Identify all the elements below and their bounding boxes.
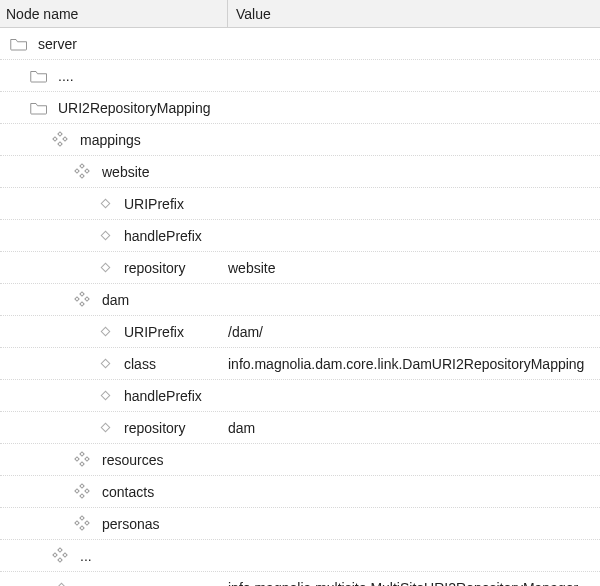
node-label: handlePrefix <box>124 388 202 404</box>
table-header: Node name Value <box>0 0 600 28</box>
col-header-name[interactable]: Node name <box>0 0 228 27</box>
node-value-cell: info.magnolia.dam.core.link.DamURI2Repos… <box>228 356 600 372</box>
tree-row[interactable]: resources <box>0 444 600 476</box>
node-name-cell: mappings <box>0 131 228 149</box>
tree-row[interactable]: handlePrefix <box>0 220 600 252</box>
node-name-cell: .... <box>0 67 228 85</box>
content-node-icon <box>74 291 92 309</box>
tree-row[interactable]: personas <box>0 508 600 540</box>
node-label: handlePrefix <box>124 228 202 244</box>
tree-row[interactable]: URIPrefix <box>0 188 600 220</box>
tree-row[interactable]: classinfo.magnolia.dam.core.link.DamURI2… <box>0 348 600 380</box>
node-label: ... <box>80 548 92 564</box>
node-name-cell: dam <box>0 291 228 309</box>
folder-icon <box>10 35 28 53</box>
tree-row[interactable]: repositorywebsite <box>0 252 600 284</box>
node-name-cell: URIPrefix <box>0 195 228 213</box>
node-value-cell: website <box>228 260 600 276</box>
node-value-cell: dam <box>228 420 600 436</box>
node-label: ... <box>80 580 92 587</box>
property-icon <box>96 323 114 341</box>
tree-row[interactable]: URIPrefix/dam/ <box>0 316 600 348</box>
content-node-icon <box>52 131 70 149</box>
folder-icon <box>30 99 48 117</box>
node-label: repository <box>124 420 185 436</box>
node-name-cell: resources <box>0 451 228 469</box>
node-label: mappings <box>80 132 141 148</box>
content-node-icon <box>74 483 92 501</box>
tree-row[interactable]: ... <box>0 540 600 572</box>
node-label: URI2RepositoryMapping <box>58 100 211 116</box>
node-name-cell: handlePrefix <box>0 227 228 245</box>
node-label: URIPrefix <box>124 196 184 212</box>
node-name-cell: class <box>0 355 228 373</box>
folder-icon <box>30 67 48 85</box>
node-label: dam <box>102 292 129 308</box>
tree-row[interactable]: .... <box>0 60 600 92</box>
content-node-icon <box>74 515 92 533</box>
tree-row[interactable]: website <box>0 156 600 188</box>
tree-row[interactable]: server <box>0 28 600 60</box>
tree-row[interactable]: repositorydam <box>0 412 600 444</box>
node-name-cell: repository <box>0 259 228 277</box>
node-label: server <box>38 36 77 52</box>
tree-row[interactable]: handlePrefix <box>0 380 600 412</box>
property-icon <box>96 227 114 245</box>
tree-row[interactable]: dam <box>0 284 600 316</box>
property-icon <box>96 195 114 213</box>
node-name-cell: URI2RepositoryMapping <box>0 99 228 117</box>
node-label: .... <box>58 68 74 84</box>
node-label: URIPrefix <box>124 324 184 340</box>
property-icon <box>96 419 114 437</box>
node-value-cell: /dam/ <box>228 324 600 340</box>
property-icon <box>96 259 114 277</box>
property-icon <box>52 579 70 587</box>
tree-row[interactable]: URI2RepositoryMapping <box>0 92 600 124</box>
node-name-cell: ... <box>0 579 228 587</box>
node-label: contacts <box>102 484 154 500</box>
node-name-cell: server <box>0 35 228 53</box>
node-name-cell: personas <box>0 515 228 533</box>
node-name-cell: contacts <box>0 483 228 501</box>
node-name-cell: URIPrefix <box>0 323 228 341</box>
node-value-cell: info.magnolia.multisite.MultiSiteURI2Rep… <box>228 580 600 587</box>
col-header-value[interactable]: Value <box>228 0 600 27</box>
tree-row[interactable]: mappings <box>0 124 600 156</box>
node-name-cell: handlePrefix <box>0 387 228 405</box>
tree-body: server....URI2RepositoryMappingmappingsw… <box>0 28 600 586</box>
property-icon <box>96 387 114 405</box>
node-name-cell: repository <box>0 419 228 437</box>
node-label: class <box>124 356 156 372</box>
node-label: resources <box>102 452 163 468</box>
node-name-cell: ... <box>0 547 228 565</box>
node-label: personas <box>102 516 160 532</box>
content-node-icon <box>74 163 92 181</box>
tree-row[interactable]: contacts <box>0 476 600 508</box>
node-name-cell: website <box>0 163 228 181</box>
property-icon <box>96 355 114 373</box>
node-label: repository <box>124 260 185 276</box>
tree-row[interactable]: ...info.magnolia.multisite.MultiSiteURI2… <box>0 572 600 586</box>
node-label: website <box>102 164 149 180</box>
content-node-icon <box>74 451 92 469</box>
content-node-icon <box>52 547 70 565</box>
